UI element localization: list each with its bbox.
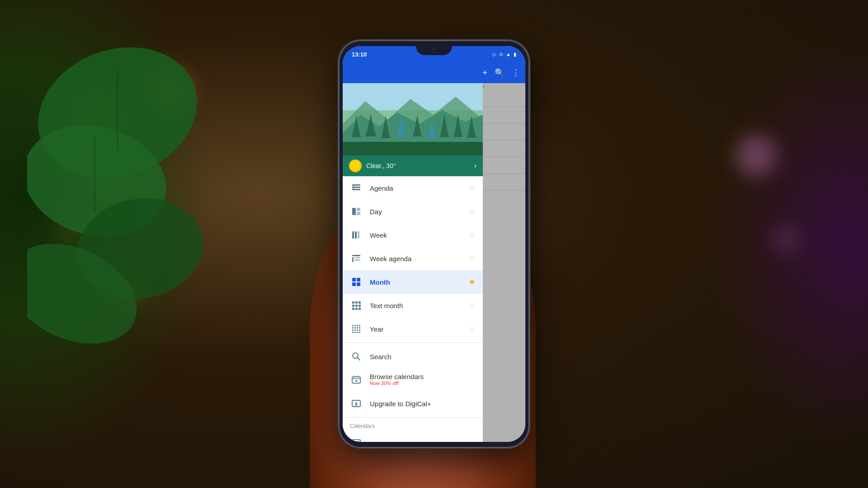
- calendars-section-header: Calendars: [343, 419, 483, 431]
- svg-rect-47: [357, 282, 360, 286]
- month-icon: [350, 276, 363, 288]
- svg-rect-36: [357, 212, 360, 215]
- svg-rect-50: [359, 301, 361, 304]
- menu-item-month[interactable]: Month ★: [343, 270, 483, 294]
- week-agenda-label: Week agenda: [370, 255, 461, 263]
- svg-rect-67: [357, 329, 358, 331]
- play-icon: ▷: [493, 52, 496, 57]
- nav-drawer: Clear., 30° ›: [343, 83, 483, 442]
- svg-rect-57: [352, 325, 354, 326]
- menu-item-search[interactable]: Search: [343, 345, 483, 368]
- menu-item-agenda[interactable]: Agenda ☆: [343, 176, 483, 200]
- menu-item-browse-calendars[interactable]: + Browse calendars Now 30% off!: [343, 368, 483, 392]
- menu-item-day[interactable]: Day ☆: [343, 200, 483, 223]
- svg-rect-35: [357, 208, 360, 211]
- search-button[interactable]: 🔍: [495, 68, 505, 78]
- menu-divider-1: [343, 343, 483, 343]
- week-agenda-star[interactable]: ☆: [468, 253, 476, 263]
- day-star[interactable]: ☆: [468, 206, 476, 216]
- wifi-icon: ▲: [506, 52, 511, 57]
- menu-item-year[interactable]: Year ☆: [343, 317, 483, 341]
- svg-rect-51: [352, 305, 354, 307]
- svg-rect-58: [354, 325, 356, 326]
- svg-rect-69: [352, 332, 354, 333]
- circle-icon: ⊙: [499, 52, 503, 57]
- svg-rect-38: [355, 231, 357, 239]
- svg-rect-37: [352, 231, 354, 239]
- svg-marker-83: [355, 402, 358, 404]
- search-menu-icon: [350, 350, 363, 363]
- drawer-header-image: [343, 83, 483, 155]
- add-button[interactable]: +: [482, 68, 487, 78]
- phone-wrapper: 13:10 ▷ ⊙ ▲ ▮ + 🔍 ⋮ SAT SUN: [339, 41, 529, 447]
- week-agenda-icon: [350, 252, 363, 265]
- svg-rect-44: [352, 278, 356, 282]
- svg-rect-70: [354, 332, 356, 333]
- browse-text-container: Browse calendars Now 30% off!: [370, 373, 476, 386]
- year-icon: [350, 323, 363, 335]
- svg-rect-72: [359, 332, 360, 333]
- svg-rect-63: [357, 327, 358, 328]
- upgrade-icon: [350, 397, 363, 410]
- svg-rect-45: [357, 278, 360, 282]
- menu-item-week-agenda[interactable]: Week agenda ☆: [343, 247, 483, 270]
- day-label: Day: [370, 208, 461, 216]
- svg-rect-34: [352, 208, 356, 215]
- week-star[interactable]: ☆: [468, 230, 476, 240]
- weather-arrow-icon: ›: [474, 162, 476, 170]
- svg-rect-66: [354, 329, 356, 331]
- status-icons: ▷ ⊙ ▲ ▮: [493, 52, 516, 57]
- menu-item-week[interactable]: Week ☆: [343, 223, 483, 247]
- menu-item-text-month[interactable]: Text month ☆: [343, 294, 483, 317]
- app-toolbar: + 🔍 ⋮: [343, 62, 525, 83]
- weather-bar[interactable]: Clear., 30° ›: [343, 155, 483, 176]
- svg-rect-49: [355, 301, 358, 304]
- svg-rect-60: [359, 325, 360, 326]
- plant-leaves: [27, 23, 208, 384]
- text-month-icon: [350, 299, 363, 312]
- week-label: Week: [370, 231, 461, 239]
- battery-icon: ▮: [514, 52, 516, 57]
- browse-label: Browse calendars: [370, 373, 476, 380]
- agenda-icon: [350, 182, 363, 194]
- svg-point-29: [428, 144, 439, 149]
- calendars-label: Calendars: [350, 423, 375, 429]
- svg-rect-54: [352, 308, 354, 310]
- svg-rect-53: [359, 305, 361, 307]
- weather-text: Clear., 30°: [366, 162, 470, 169]
- svg-rect-42: [354, 257, 360, 258]
- svg-point-28: [368, 142, 381, 149]
- svg-rect-27: [343, 142, 483, 155]
- svg-text:+: +: [353, 382, 354, 385]
- camera-dot: [432, 48, 436, 53]
- svg-rect-84: [355, 405, 358, 406]
- svg-rect-52: [355, 305, 358, 307]
- menu-item-upgrade[interactable]: Upgrade to DigiCal+: [343, 392, 483, 415]
- text-month-star[interactable]: ☆: [468, 300, 476, 310]
- svg-rect-46: [352, 282, 356, 286]
- svg-rect-62: [354, 327, 356, 328]
- search-menu-label: Search: [370, 353, 476, 361]
- calendar-add-icon: [350, 436, 363, 442]
- sun-icon: [349, 160, 362, 172]
- month-label: Month: [370, 278, 461, 286]
- svg-rect-64: [359, 327, 360, 328]
- agenda-label: Agenda: [370, 184, 461, 192]
- day-icon: [350, 205, 363, 218]
- svg-rect-68: [359, 329, 360, 331]
- year-star[interactable]: ☆: [468, 324, 476, 334]
- svg-rect-65: [352, 329, 354, 331]
- svg-line-74: [358, 358, 360, 361]
- svg-rect-33: [352, 184, 354, 190]
- more-button[interactable]: ⋮: [512, 68, 520, 78]
- svg-rect-39: [358, 231, 359, 239]
- svg-rect-71: [357, 332, 358, 333]
- month-star[interactable]: ★: [468, 277, 476, 287]
- status-bar: 13:10 ▷ ⊙ ▲ ▮: [343, 46, 525, 62]
- phone-device: 13:10 ▷ ⊙ ▲ ▮ + 🔍 ⋮ SAT SUN: [339, 41, 529, 447]
- svg-rect-61: [352, 327, 354, 328]
- menu-item-calendar-item[interactable]: [343, 431, 483, 442]
- svg-rect-43: [354, 259, 360, 261]
- notch: [416, 46, 452, 55]
- agenda-star[interactable]: ☆: [468, 183, 476, 193]
